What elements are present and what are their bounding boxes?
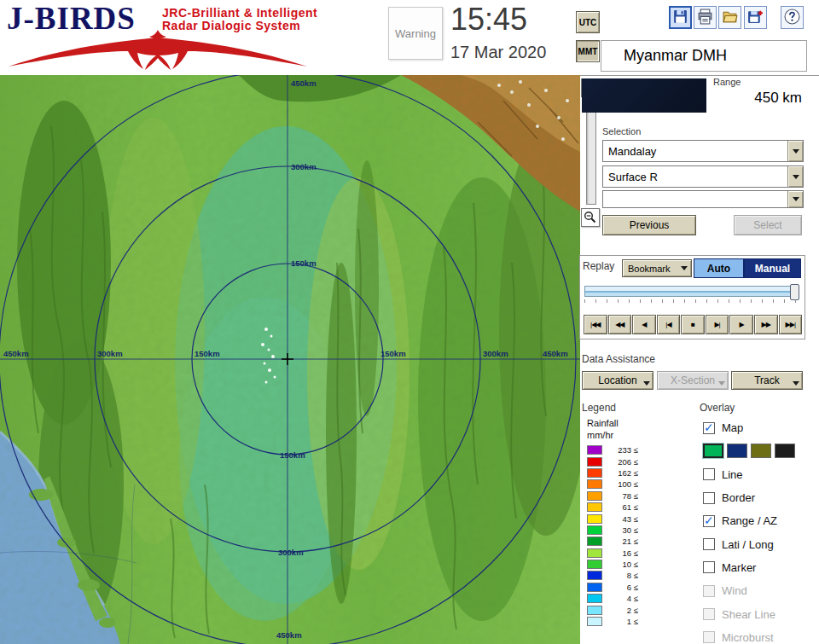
location-button[interactable]: Location xyxy=(582,371,653,390)
legend-value: 16 ≤ xyxy=(606,548,638,558)
legend-color-swatch xyxy=(587,548,602,558)
dropdown-arrow-icon[interactable] xyxy=(787,166,803,187)
transport-row: |◀◀◀◀◀|◀■▶|▶▶▶▶▶| xyxy=(584,315,802,334)
dropdown-arrow-icon[interactable] xyxy=(787,141,803,161)
overlay-item-label: Line xyxy=(722,468,743,481)
legend-color-swatch xyxy=(587,457,602,467)
range-status-display xyxy=(582,78,706,113)
extra-dropdown[interactable] xyxy=(602,190,804,208)
svg-text:300km: 300km xyxy=(278,548,304,557)
previous-button[interactable]: Previous xyxy=(602,215,696,235)
transport-button[interactable]: ▶▶ xyxy=(754,315,778,334)
overlay-row-lati-long: Lati / Long xyxy=(703,532,807,555)
clock-date: 17 Mar 2020 xyxy=(450,43,546,62)
map-color-swatch[interactable] xyxy=(727,444,747,458)
legend-value: 4 ≤ xyxy=(606,594,638,603)
legend-value: 233 ≤ xyxy=(606,445,638,455)
legend-color-swatch xyxy=(587,445,602,455)
svg-text:300km: 300km xyxy=(483,349,508,358)
overlay-row-map: Map xyxy=(703,416,807,439)
overlay-row-marker: Marker xyxy=(703,556,807,579)
legend-value: 43 ≤ xyxy=(606,514,638,524)
map-color-swatch-row xyxy=(703,439,807,462)
checkbox xyxy=(703,608,715,620)
transport-button[interactable]: ▶▶| xyxy=(779,315,803,334)
transport-button[interactable]: |◀ xyxy=(657,315,681,334)
save-as-icon xyxy=(747,9,764,25)
organization-name: Myanmar DMH xyxy=(601,40,807,72)
track-button[interactable]: Track xyxy=(731,371,803,390)
transport-button[interactable]: |◀◀ xyxy=(584,315,607,334)
legend-color-swatch xyxy=(587,491,602,501)
legend-row: 30 ≤ xyxy=(587,525,681,536)
legend-row: 61 ≤ xyxy=(587,502,681,513)
legend-row: 4 ≤ xyxy=(587,593,681,604)
checkbox[interactable] xyxy=(703,422,715,434)
print-button[interactable] xyxy=(694,6,717,29)
checkbox[interactable] xyxy=(703,538,715,550)
zoom-slider[interactable] xyxy=(586,101,596,205)
product-dropdown[interactable]: Surface R xyxy=(602,165,804,188)
transport-button[interactable]: ◀◀ xyxy=(608,315,632,334)
overlay-item-label: Shear Line xyxy=(722,608,775,621)
checkbox[interactable] xyxy=(703,468,715,480)
legend-color-swatch xyxy=(587,583,602,592)
bookmark-button[interactable]: Bookmark xyxy=(622,259,692,277)
transport-button[interactable]: ◀ xyxy=(632,315,656,334)
legend-color-swatch xyxy=(587,617,602,626)
site-dropdown[interactable]: Mandalay xyxy=(602,140,804,162)
auto-mode-button[interactable]: Auto xyxy=(694,258,744,278)
open-folder-icon xyxy=(722,9,738,25)
dropdown-arrow-icon xyxy=(643,381,650,386)
svg-text:150km: 150km xyxy=(291,258,317,268)
open-folder-button[interactable] xyxy=(718,6,741,29)
checkbox xyxy=(703,631,715,643)
legend-row: 21 ≤ xyxy=(587,536,681,547)
transport-button[interactable]: ▶| xyxy=(706,315,729,334)
dropdown-arrow-icon[interactable] xyxy=(787,191,803,207)
help-button[interactable] xyxy=(781,6,804,29)
zoom-out-button[interactable] xyxy=(581,208,600,227)
overlay-item-label: Range / AZ xyxy=(722,514,777,527)
radar-map[interactable]: 450km300km150km150km300km450km450km300km… xyxy=(0,75,580,644)
manual-mode-button[interactable]: Manual xyxy=(744,258,801,278)
svg-text:150km: 150km xyxy=(195,349,220,358)
overlay-item-label: Microburst xyxy=(722,631,774,644)
map-color-swatch[interactable] xyxy=(751,444,771,458)
legend-color-swatch xyxy=(587,537,602,546)
legend-row: 206 ≤ xyxy=(587,455,681,467)
legend-row: 10 ≤ xyxy=(587,559,681,570)
legend-label: Legend xyxy=(582,402,616,414)
checkbox[interactable] xyxy=(703,492,715,504)
x-section-button: X-Section xyxy=(657,371,729,390)
transport-button[interactable]: ■ xyxy=(681,315,705,334)
replay-timeline-slider[interactable] xyxy=(584,286,799,297)
save-as-button[interactable] xyxy=(744,6,767,29)
legend-value: 2 ≤ xyxy=(606,606,638,615)
warning-button[interactable]: Warning xyxy=(388,7,443,60)
replay-slider-thumb[interactable] xyxy=(790,284,799,300)
overlay-item-label: Marker xyxy=(722,561,756,574)
checkbox[interactable] xyxy=(703,561,715,573)
mmt-button[interactable]: MMT xyxy=(576,40,600,62)
save-button[interactable] xyxy=(669,6,692,29)
dropdown-arrow-icon xyxy=(681,266,688,270)
svg-text:450km: 450km xyxy=(3,349,29,358)
location-button-label: Location xyxy=(598,374,636,386)
track-button-label: Track xyxy=(754,374,780,386)
legend-title-line1: Rainfall xyxy=(587,418,619,428)
utc-button[interactable]: UTC xyxy=(576,11,600,33)
transport-button[interactable]: ▶ xyxy=(729,315,753,334)
eagle-logo-icon xyxy=(3,27,311,72)
legend-color-swatch xyxy=(587,560,602,569)
overlay-row-shear-line: Shear Line xyxy=(703,602,807,625)
legend-value: 30 ≤ xyxy=(606,525,638,535)
map-color-swatch[interactable] xyxy=(703,444,723,458)
map-color-swatch[interactable] xyxy=(775,444,795,458)
svg-text:450km: 450km xyxy=(291,78,317,88)
legend-row: 8 ≤ xyxy=(587,570,681,581)
clock-time: 15:45 xyxy=(450,2,527,38)
checkbox[interactable] xyxy=(703,515,715,527)
range-label: Range xyxy=(713,77,741,87)
legend-row: 1 ≤ xyxy=(587,616,681,627)
